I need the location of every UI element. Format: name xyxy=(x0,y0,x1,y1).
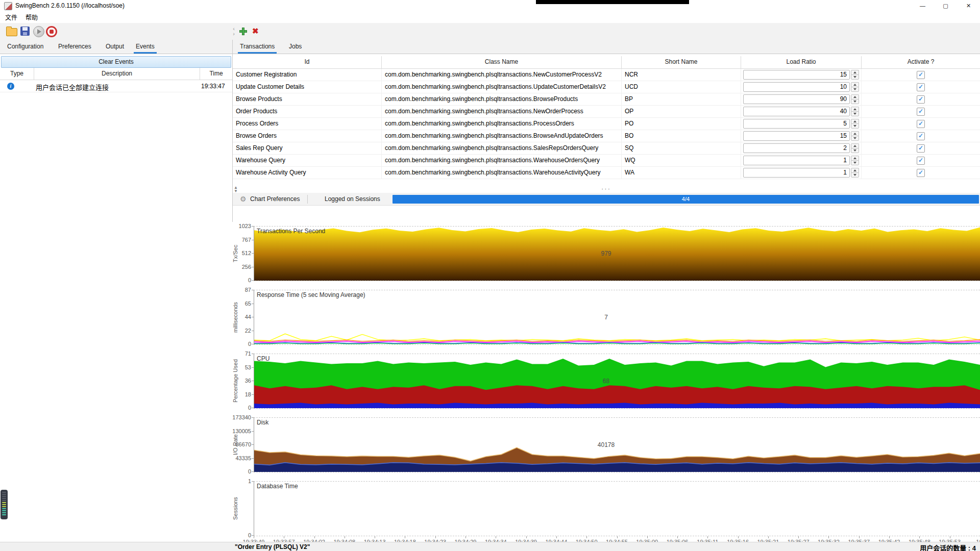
remove-transaction-icon[interactable]: ✖ xyxy=(252,27,259,36)
maximize-button[interactable]: ▢ xyxy=(934,0,957,11)
activate-checkbox[interactable]: ✓ xyxy=(917,108,925,116)
open-file-icon[interactable] xyxy=(6,28,17,36)
activate-checkbox[interactable]: ✓ xyxy=(917,157,925,165)
spinner-down-button[interactable] xyxy=(851,172,859,178)
menu-help[interactable]: 帮助 xyxy=(26,13,38,21)
tx-col-activate[interactable]: Activate ? xyxy=(862,56,980,68)
spinner-down-button[interactable] xyxy=(851,74,859,80)
activate-checkbox[interactable]: ✓ xyxy=(917,83,925,91)
spinner-down-button[interactable] xyxy=(851,123,859,129)
table-row[interactable]: Warehouse Activity Querycom.dom.benchmar… xyxy=(233,167,980,179)
spinner-up-button[interactable] xyxy=(851,70,859,74)
spinner-up-button[interactable] xyxy=(851,107,859,111)
load-ratio-value[interactable]: 15 xyxy=(743,70,850,80)
chart-tick-label: 0 xyxy=(248,341,251,347)
tx-class-cell: com.dom.benchmarking.swingbench.plsqltra… xyxy=(382,106,622,117)
clear-events-button[interactable]: Clear Events xyxy=(1,56,231,68)
event-row[interactable]: i用户会话已全部建立连接19:33:47 xyxy=(0,80,232,92)
tx-id-cell: Warehouse Activity Query xyxy=(233,167,382,179)
table-row[interactable]: Customer Registrationcom.dom.benchmarkin… xyxy=(233,69,980,81)
save-icon[interactable] xyxy=(20,27,30,36)
spinner-down-button[interactable] xyxy=(851,136,859,141)
meter-stripe xyxy=(2,512,6,513)
load-ratio-spinner[interactable]: 1 xyxy=(743,168,859,178)
splitter-handle[interactable]: ··· xyxy=(601,185,611,192)
minimize-button[interactable]: — xyxy=(911,0,934,11)
events-col-description[interactable]: Description xyxy=(34,68,200,80)
load-ratio-spinner[interactable]: 10 xyxy=(743,82,859,92)
tx-activate-cell: ✓ xyxy=(862,106,980,117)
start-benchmark-icon[interactable] xyxy=(33,26,44,37)
activate-checkbox[interactable]: ✓ xyxy=(917,120,925,128)
load-ratio-value[interactable]: 15 xyxy=(743,131,850,141)
load-ratio-value[interactable]: 90 xyxy=(743,94,850,104)
x-tick-mark xyxy=(556,536,557,538)
table-row[interactable]: Sales Rep Querycom.dom.benchmarking.swin… xyxy=(233,142,980,155)
table-row[interactable]: Browse Orderscom.dom.benchmarking.swingb… xyxy=(233,130,980,142)
chart-plot xyxy=(254,417,980,472)
activate-checkbox[interactable]: ✓ xyxy=(917,71,925,79)
spinner-down-button[interactable] xyxy=(851,111,859,116)
tab-transactions[interactable]: Transactions xyxy=(238,40,277,54)
load-ratio-value[interactable]: 40 xyxy=(743,107,850,116)
spinner-down-button[interactable] xyxy=(851,87,859,92)
table-row[interactable]: Order Productscom.dom.benchmarking.swing… xyxy=(233,106,980,118)
tx-col-short-name[interactable]: Short Name xyxy=(622,56,741,68)
table-row[interactable]: Browse Productscom.dom.benchmarking.swin… xyxy=(233,93,980,106)
tx-ratio-cell: 1 xyxy=(741,167,862,179)
load-ratio-spinner[interactable]: 2 xyxy=(743,143,859,153)
menu-bar: 文件 帮助 xyxy=(0,11,980,23)
table-row[interactable]: Warehouse Querycom.dom.benchmarking.swin… xyxy=(233,155,980,167)
spinner-up-button[interactable] xyxy=(851,131,859,136)
load-ratio-value[interactable]: 5 xyxy=(743,119,850,129)
stop-benchmark-icon[interactable] xyxy=(46,26,57,37)
activate-checkbox[interactable]: ✓ xyxy=(917,132,925,140)
spinner-up-button[interactable] xyxy=(851,156,859,160)
load-ratio-value[interactable]: 10 xyxy=(743,82,850,92)
forward-chevron-icon[interactable]: › xyxy=(231,31,237,36)
tx-col-class-name[interactable]: Class Name xyxy=(382,56,622,68)
add-transaction-icon[interactable] xyxy=(239,27,248,36)
load-ratio-value[interactable]: 1 xyxy=(743,156,850,165)
transactions-table-header: Id Class Name Short Name Load Ratio Acti… xyxy=(233,56,980,69)
spinner-down-button[interactable] xyxy=(851,160,859,165)
load-ratio-spinner[interactable]: 5 xyxy=(743,119,859,129)
tx-col-id[interactable]: Id xyxy=(233,56,382,68)
load-ratio-value[interactable]: 1 xyxy=(743,168,850,178)
spinner-up-button[interactable] xyxy=(851,168,859,172)
activate-checkbox[interactable]: ✓ xyxy=(917,144,925,153)
close-button[interactable]: ✕ xyxy=(957,0,980,11)
spinner-up-button[interactable] xyxy=(851,143,859,148)
tab-preferences[interactable]: Preferences xyxy=(56,40,93,54)
load-ratio-spinner[interactable]: 90 xyxy=(743,94,859,104)
spinner-down-button[interactable] xyxy=(851,148,859,153)
menu-file[interactable]: 文件 xyxy=(5,13,17,21)
tab-jobs[interactable]: Jobs xyxy=(287,40,304,54)
events-col-type[interactable]: Type xyxy=(0,68,34,80)
spinner-up-button[interactable] xyxy=(851,119,859,123)
tx-short-cell: SQ xyxy=(622,142,741,154)
spinner-down-button[interactable] xyxy=(851,99,859,104)
load-ratio-spinner[interactable]: 15 xyxy=(743,131,859,141)
chart-y-axis-label: Tx/Sec xyxy=(232,226,239,281)
load-ratio-spinner[interactable]: 1 xyxy=(743,156,859,165)
table-row[interactable]: Process Orderscom.dom.benchmarking.swing… xyxy=(233,118,980,130)
tab-output[interactable]: Output xyxy=(104,40,126,54)
activate-checkbox[interactable]: ✓ xyxy=(917,95,925,104)
table-row[interactable]: Update Customer Detailscom.dom.benchmark… xyxy=(233,81,980,93)
tab-events[interactable]: Events xyxy=(134,40,157,54)
tx-short-cell: BO xyxy=(622,130,741,142)
load-ratio-spinner[interactable]: 15 xyxy=(743,70,859,80)
tx-short-cell: UCD xyxy=(622,81,741,93)
activate-checkbox[interactable]: ✓ xyxy=(917,169,925,177)
tx-col-load-ratio[interactable]: Load Ratio xyxy=(741,56,862,68)
load-ratio-spinner[interactable]: 40 xyxy=(743,107,859,116)
chart-tick-label: 36 xyxy=(245,378,251,384)
events-col-time[interactable]: Time xyxy=(200,68,232,80)
tab-configuration[interactable]: Configuration xyxy=(5,40,45,54)
spinner-up-button[interactable] xyxy=(851,94,859,99)
load-ratio-value[interactable]: 2 xyxy=(743,143,850,153)
splitter-collapse-arrows[interactable]: ▲▼ xyxy=(233,186,238,193)
spinner-up-button[interactable] xyxy=(851,82,859,87)
chart-preferences-button[interactable]: Chart Preferences xyxy=(250,195,300,203)
